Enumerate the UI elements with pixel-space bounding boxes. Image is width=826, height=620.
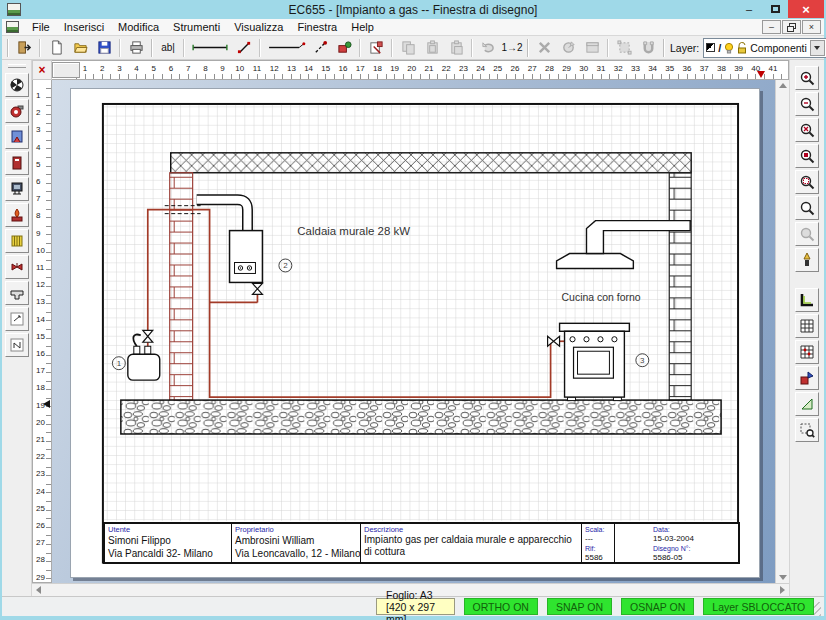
stove-component-button[interactable] (5, 177, 29, 201)
zoom-selection-button[interactable] (795, 418, 819, 442)
grid-toggle-button[interactable] (795, 314, 819, 338)
minimize-button[interactable]: – (736, 0, 762, 17)
line-tool-button[interactable] (188, 37, 232, 59)
layer-combobox[interactable]: / Componenti (703, 38, 826, 58)
ruler-blank-button[interactable] (52, 62, 80, 78)
v-ruler-number: 5 (36, 159, 40, 168)
h-ruler-number: 2 (100, 64, 104, 73)
sheet-status: Foglio: A3 [420 x 297 mm] (376, 598, 455, 615)
selection-bounds-button[interactable] (612, 37, 636, 59)
block-edit-button[interactable] (364, 37, 388, 59)
layer-dropdown-button[interactable] (810, 40, 825, 56)
magnet-button[interactable] (636, 37, 660, 59)
zoom-extents-icon (799, 148, 815, 164)
v-ruler-number: 27 (36, 538, 45, 547)
scroll-left-icon[interactable] (36, 586, 41, 594)
exit-button[interactable] (12, 37, 36, 59)
menu-inserisci[interactable]: Inserisci (57, 20, 111, 34)
zoom-extents-button[interactable] (795, 144, 819, 168)
mdi-restore-button[interactable] (782, 20, 801, 34)
set-square-button[interactable] (795, 392, 819, 416)
zoom-previous-button[interactable] (795, 222, 819, 246)
v-ruler-number: 25 (36, 503, 45, 512)
burner-component-button[interactable] (5, 203, 29, 227)
layer-lock-status[interactable]: Layer SBLOCCATO (703, 598, 814, 615)
maximize-button[interactable] (762, 0, 788, 17)
rotate-button[interactable] (556, 37, 580, 59)
resize-grip[interactable] (814, 602, 821, 616)
menu-file[interactable]: File (25, 20, 57, 34)
v-ruler-number: 19 (36, 400, 45, 409)
h-ruler-number: 5 (152, 64, 156, 73)
pipe-fitting-component-button[interactable] (5, 281, 29, 305)
text-tool-button[interactable]: ab| (156, 37, 180, 59)
zoom-window-button[interactable] (795, 170, 819, 194)
osnap-toggle[interactable]: OSNAP ON (621, 598, 694, 615)
vertical-scrollbar[interactable] (775, 80, 789, 583)
redraw-button[interactable] (795, 248, 819, 272)
insert-component-button[interactable] (332, 37, 356, 59)
pump-component-button[interactable] (5, 99, 29, 123)
symbol-b-button[interactable] (5, 333, 29, 357)
toolbar-grip[interactable] (7, 39, 9, 57)
properties-button[interactable] (580, 37, 604, 59)
renumber-button[interactable]: 1→2 (500, 37, 524, 59)
print-button[interactable] (124, 37, 148, 59)
menu-modifica[interactable]: Modifica (111, 20, 166, 34)
menu-finestra[interactable]: Finestra (290, 20, 344, 34)
paste-button[interactable] (420, 37, 444, 59)
horizontal-ruler[interactable]: 1234567891011121314151617181920212223242… (52, 60, 789, 80)
snap-grid-icon (799, 344, 815, 360)
mdi-minimize-button[interactable]: – (762, 20, 781, 34)
sketch-line-button[interactable] (232, 37, 256, 59)
ortho-toggle[interactable]: ORTHO ON (464, 598, 538, 615)
v-ruler-number: 8 (36, 211, 40, 220)
zoom-all-button[interactable] (795, 118, 819, 142)
vertical-ruler[interactable]: 1234567891011121314151617181920212223242… (32, 80, 52, 583)
save-button[interactable] (92, 37, 116, 59)
zoom-in-button[interactable] (795, 66, 819, 90)
zoom-dynamic-button[interactable] (795, 196, 819, 220)
undo-button[interactable] (476, 37, 500, 59)
delete-button[interactable] (532, 37, 556, 59)
fan-icon (9, 77, 25, 93)
dashed-line-button[interactable] (308, 37, 332, 59)
ruler-origin-button[interactable]: × (32, 60, 52, 80)
polyline-tool-button[interactable] (264, 37, 308, 59)
h-ruler-number: 35 (665, 64, 674, 73)
symbol-a-button[interactable] (5, 307, 29, 331)
snap-grid-button[interactable] (795, 340, 819, 364)
scroll-down-icon[interactable] (779, 575, 787, 580)
wall-boiler-component-button[interactable] (5, 151, 29, 175)
radiator-component-button[interactable] (5, 229, 29, 253)
drawing-canvas[interactable]: Caldaia murale 28 kW Cucina con forno 1 … (52, 80, 775, 583)
layer-bulb-icon (724, 42, 734, 54)
valve-component-button[interactable] (5, 255, 29, 279)
copy-button[interactable] (396, 37, 420, 59)
left-brick-wall (170, 173, 193, 400)
close-button[interactable]: × (788, 0, 824, 18)
svg-text:3: 3 (640, 356, 645, 365)
scroll-up-icon[interactable] (779, 83, 787, 88)
component-toolbar-grip[interactable] (8, 64, 26, 68)
h-ruler-number: 9 (220, 64, 224, 73)
v-ruler-number: 26 (36, 521, 45, 530)
menu-help[interactable]: Help (344, 20, 381, 34)
menu-visualizza[interactable]: Visualizza (227, 20, 290, 34)
scale-label: Scala: (585, 525, 611, 534)
v-ruler-number: 4 (36, 142, 40, 151)
ground-hatch (121, 400, 721, 434)
zoom-out-button[interactable] (795, 92, 819, 116)
snap-toggle[interactable]: SNAP ON (547, 598, 612, 615)
component-snap-button[interactable] (795, 366, 819, 390)
paste-special-button[interactable] (444, 37, 468, 59)
scroll-right-icon[interactable] (780, 586, 785, 594)
new-button[interactable] (44, 37, 68, 59)
fan-component-button[interactable] (5, 73, 29, 97)
radiator-icon (9, 233, 25, 249)
open-button[interactable] (68, 37, 92, 59)
measure-button[interactable] (795, 288, 819, 312)
mdi-close-button[interactable]: × (802, 20, 821, 34)
menu-strumenti[interactable]: Strumenti (166, 20, 227, 34)
boiler-component-button[interactable] (5, 125, 29, 149)
